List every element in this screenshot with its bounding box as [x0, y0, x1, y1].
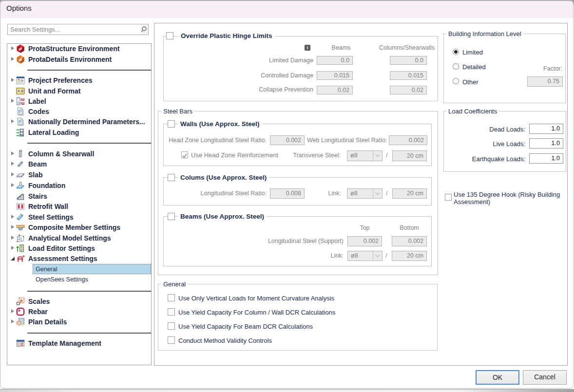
svg-text:#.0: #.0: [18, 89, 23, 93]
